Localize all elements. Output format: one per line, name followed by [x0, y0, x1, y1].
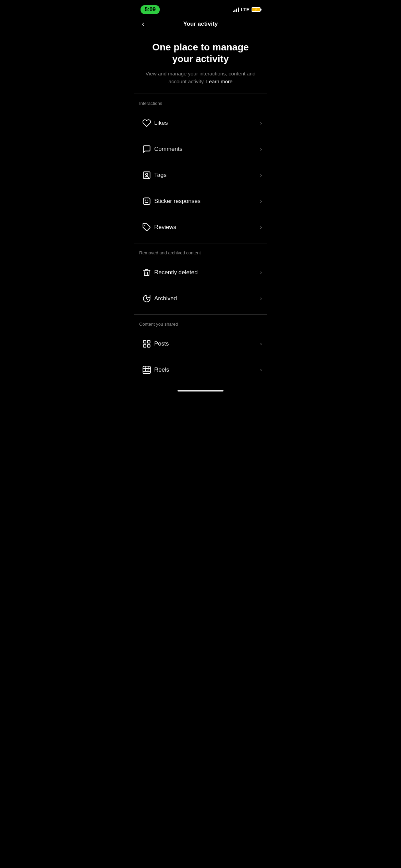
signal-bar-4	[238, 8, 239, 12]
reviews-label: Reviews	[154, 224, 260, 231]
section-content-shared: Content you shared Posts ›	[134, 315, 267, 386]
menu-item-reels[interactable]: Reels ›	[134, 357, 267, 383]
tags-icon	[139, 168, 154, 183]
reels-icon	[139, 362, 154, 377]
posts-chevron-icon: ›	[260, 341, 262, 347]
posts-label: Posts	[154, 340, 260, 347]
hero-subtitle-text: View and manage your interactions, conte…	[146, 71, 256, 84]
comments-label: Comments	[154, 146, 260, 153]
reviews-icon	[139, 220, 154, 235]
home-bar	[178, 390, 223, 391]
sticker-responses-chevron-icon: ›	[260, 198, 262, 204]
page-title: Your activity	[183, 21, 218, 27]
archived-icon	[139, 291, 154, 306]
svg-rect-8	[143, 345, 146, 347]
recently-deleted-chevron-icon: ›	[260, 269, 262, 276]
battery-bolt-icon: ⚡	[254, 8, 258, 11]
reels-chevron-icon: ›	[260, 367, 262, 373]
svg-rect-9	[147, 345, 150, 347]
signal-bars-icon	[233, 7, 239, 12]
menu-item-reviews[interactable]: Reviews ›	[134, 214, 267, 240]
svg-rect-7	[147, 340, 150, 343]
menu-item-comments[interactable]: Comments ›	[134, 136, 267, 162]
menu-item-recently-deleted[interactable]: Recently deleted ›	[134, 260, 267, 286]
signal-bar-3	[236, 9, 237, 12]
likes-icon	[139, 116, 154, 131]
battery-icon: ⚡	[252, 7, 260, 12]
svg-rect-6	[143, 340, 146, 343]
menu-item-posts[interactable]: Posts ›	[134, 331, 267, 357]
back-button[interactable]: ‹	[139, 18, 147, 30]
nav-bar: ‹ Your activity	[134, 17, 267, 31]
svg-rect-2	[143, 198, 150, 205]
hero-title: One place to manage your activity	[142, 41, 259, 64]
signal-bar-1	[233, 11, 234, 12]
menu-item-tags[interactable]: Tags ›	[134, 162, 267, 188]
learn-more-link[interactable]: Learn more	[206, 79, 233, 84]
tags-label: Tags	[154, 172, 260, 179]
reviews-chevron-icon: ›	[260, 224, 262, 230]
status-bar: 5:09 LTE ⚡	[134, 0, 267, 17]
lte-label: LTE	[241, 7, 250, 12]
comments-icon	[139, 142, 154, 157]
home-indicator	[134, 386, 267, 394]
likes-chevron-icon: ›	[260, 120, 262, 126]
back-arrow-icon: ‹	[142, 20, 144, 28]
svg-rect-0	[143, 172, 150, 179]
svg-point-11	[145, 369, 148, 372]
posts-icon	[139, 336, 154, 351]
section-interactions: Interactions Likes › Comments ›	[134, 94, 267, 243]
hero-section: One place to manage your activity View a…	[134, 31, 267, 94]
likes-label: Likes	[154, 120, 260, 126]
menu-item-sticker-responses[interactable]: Sticker responses ›	[134, 188, 267, 214]
comments-chevron-icon: ›	[260, 146, 262, 152]
menu-item-archived[interactable]: Archived ›	[134, 286, 267, 312]
sticker-responses-icon	[139, 194, 154, 209]
reels-label: Reels	[154, 366, 260, 373]
status-time: 5:09	[141, 5, 160, 14]
menu-item-likes[interactable]: Likes ›	[134, 110, 267, 136]
section-title-content-shared: Content you shared	[134, 322, 267, 331]
svg-point-1	[146, 173, 148, 176]
signal-bar-2	[234, 10, 235, 12]
archived-chevron-icon: ›	[260, 296, 262, 302]
archived-label: Archived	[154, 295, 260, 302]
tags-chevron-icon: ›	[260, 172, 262, 178]
status-right: LTE ⚡	[233, 7, 260, 12]
svg-rect-10	[143, 366, 150, 374]
recently-deleted-label: Recently deleted	[154, 269, 260, 276]
recently-deleted-icon	[139, 265, 154, 280]
section-title-removed-archived: Removed and archived content	[134, 250, 267, 260]
main-content: One place to manage your activity View a…	[134, 31, 267, 386]
section-title-interactions: Interactions	[134, 101, 267, 110]
hero-subtitle: View and manage your interactions, conte…	[142, 70, 259, 85]
section-removed-archived: Removed and archived content Recently de…	[134, 243, 267, 315]
sticker-responses-label: Sticker responses	[154, 198, 260, 205]
